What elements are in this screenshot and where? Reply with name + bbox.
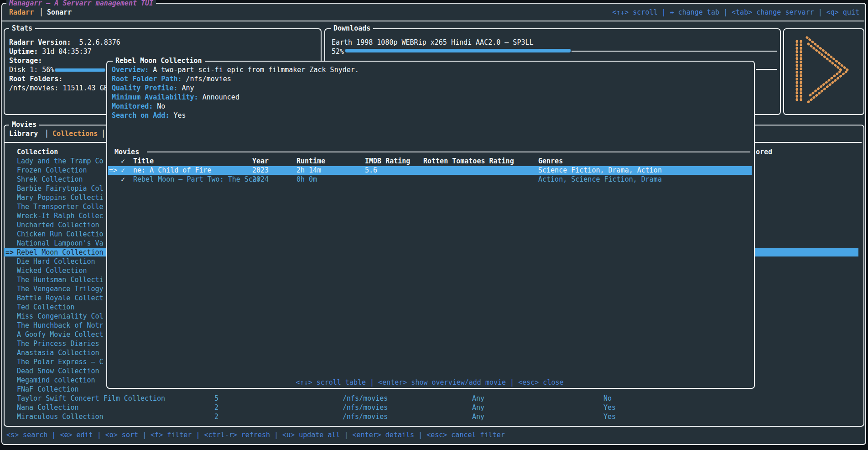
modal-movies-section-title: Movies bbox=[114, 147, 139, 157]
tab-library[interactable]: Library bbox=[9, 129, 38, 138]
modal-header-runtime[interactable]: Runtime bbox=[296, 157, 325, 166]
modal-row1-year: 2023 bbox=[252, 166, 269, 175]
collection-cell-path: /nfs/movies bbox=[343, 394, 388, 403]
collection-list-item[interactable]: The Transporter Colle bbox=[17, 202, 104, 211]
stats-uptime-row: Uptime:31d 04:35:37 bbox=[9, 47, 92, 56]
collection-list-item[interactable]: Frozen Collection bbox=[17, 166, 87, 175]
modal-row2-genres: Action, Science Fiction, Drama bbox=[538, 175, 662, 184]
collection-list-item[interactable]: FNaF Collection bbox=[17, 385, 78, 394]
download-progress-remainder bbox=[572, 51, 777, 52]
modal-field-row: Root Folder Path:/nfs/movies bbox=[112, 74, 231, 84]
modal-field-value: No bbox=[157, 102, 165, 110]
modal-field-label: Quality Profile: bbox=[112, 84, 178, 92]
modal-header-genres[interactable]: Genres bbox=[538, 157, 563, 166]
collection-list-item[interactable]: Die Hard Collection bbox=[17, 257, 95, 266]
library-tab-divider: │ bbox=[45, 129, 49, 138]
collection-list-item[interactable]: Barbie Fairytopia Col bbox=[17, 184, 104, 193]
modal-field-label: Root Folder Path: bbox=[112, 75, 182, 83]
modal-row1-runtime: 2h 14m bbox=[296, 166, 321, 175]
modal-field-value: Yes bbox=[173, 111, 186, 120]
collection-list-item[interactable]: The Vengeance Trilogy bbox=[17, 284, 104, 293]
disk-usage-bar bbox=[55, 68, 105, 72]
modal-field-row: Search on Add:Yes bbox=[112, 111, 186, 120]
collection-cell-count: 5 bbox=[214, 394, 218, 403]
modal-header-rotten[interactable]: Rotten Tomatoes Rating bbox=[423, 157, 514, 166]
modal-field-label: Minimum Availability: bbox=[112, 93, 198, 101]
modal-field-row: Monitored:No bbox=[112, 102, 165, 111]
modal-movies-section-rule bbox=[147, 152, 750, 152]
collection-list-item[interactable]: The Hunchback of Notr bbox=[17, 321, 104, 330]
collection-list-item[interactable]: The Princess Diaries bbox=[17, 339, 99, 348]
download-item-percent: 52% bbox=[332, 47, 344, 56]
tab-sonarr[interactable]: Sonarr bbox=[47, 8, 72, 17]
collection-list-item[interactable]: Chicken Run Collectio bbox=[17, 230, 104, 239]
modal-header-imdb[interactable]: IMDB Rating bbox=[365, 157, 410, 166]
tab-radarr[interactable]: Radarr bbox=[9, 8, 34, 17]
stats-panel-title: Stats bbox=[9, 24, 35, 33]
stats-rootfolder-info: /nfs/movies: 11511.43 GB bbox=[9, 84, 108, 93]
collection-cell-name: Nana Collection bbox=[17, 403, 78, 412]
titlebar-divider bbox=[2, 21, 864, 21]
monitored-header-fragment: ored bbox=[756, 147, 772, 157]
stats-rootfolders-label: Root Folders: bbox=[9, 74, 62, 84]
collection-list-item[interactable]: Anastasia Collection bbox=[17, 348, 99, 357]
modal-row2-title[interactable]: Rebel Moon – Part Two: The Scar bbox=[133, 175, 261, 184]
selected-collection-highlight-right bbox=[755, 248, 858, 256]
modal-title: Rebel Moon Collection bbox=[113, 56, 205, 65]
modal-header-year[interactable]: Year bbox=[252, 157, 269, 166]
collection-cell-monitored: No bbox=[603, 394, 612, 403]
collection-cell-quality: Any bbox=[472, 412, 484, 421]
modal-row2-year: 2024 bbox=[252, 175, 269, 184]
collection-details-modal bbox=[106, 61, 755, 389]
collection-list-item[interactable]: Uncharted Collection bbox=[17, 220, 99, 230]
managarr-app: Managarr — A Servarr management TUI Rada… bbox=[0, 0, 868, 450]
modal-field-row: Overview:A two-part sci-fi epic from fil… bbox=[112, 65, 359, 74]
modal-field-label: Monitored: bbox=[112, 102, 153, 110]
downloads-panel-title: Downloads bbox=[331, 24, 373, 33]
collection-list-item[interactable]: Battle Royale Collect bbox=[17, 293, 104, 303]
collection-cell-count: 2 bbox=[214, 412, 218, 421]
collection-cell-quality: Any bbox=[472, 394, 484, 403]
collection-list-item[interactable]: Dead Snow Collection bbox=[17, 366, 99, 376]
collection-list-item[interactable]: Ted Collection bbox=[17, 303, 74, 312]
collection-list-item[interactable]: Mary Poppins Collecti bbox=[17, 193, 104, 202]
modal-row2-runtime: 0h 0m bbox=[296, 175, 317, 184]
modal-row1-check-icon[interactable]: ✓ bbox=[121, 166, 125, 175]
tab-collections[interactable]: Collections bbox=[52, 129, 98, 138]
collection-list-item[interactable]: Megamind collection bbox=[17, 376, 95, 385]
collection-list-item[interactable]: Miss Congeniality Col bbox=[17, 312, 104, 321]
collection-cell-name: Taylor Swift Concert Film Collection bbox=[17, 394, 165, 403]
modal-row2-check-icon[interactable]: ✓ bbox=[121, 175, 125, 184]
collection-list-item[interactable]: Wreck-It Ralph Collec bbox=[17, 211, 104, 220]
collection-list-item[interactable]: Shrek Collection bbox=[17, 175, 83, 184]
servarr-tab-divider: │ bbox=[39, 8, 43, 17]
modal-footer-keybinds: <↑↓> scroll table | <enter> show overvie… bbox=[106, 378, 753, 387]
modal-field-value: Any bbox=[182, 84, 194, 92]
movies-panel-title: Movies bbox=[9, 120, 39, 129]
selected-collection-name[interactable]: Rebel Moon Collection bbox=[17, 248, 104, 257]
collection-list-item[interactable]: The Huntsman Collecti bbox=[17, 275, 104, 284]
collection-list-item[interactable]: The Polar Express – C bbox=[17, 357, 104, 366]
collections-column-header: Collection bbox=[17, 147, 58, 157]
stats-disk-label: Disk 1: 56% bbox=[9, 65, 54, 74]
collection-list-item[interactable]: Lady and the Tramp Co bbox=[17, 157, 104, 166]
collection-cell-count: 2 bbox=[214, 403, 218, 412]
modal-row1-title[interactable]: ne: A Child of Fire bbox=[133, 166, 212, 175]
collection-list-item[interactable]: Wicked Collection bbox=[17, 266, 87, 275]
stats-version-label: Radarr Version: bbox=[9, 38, 71, 47]
modal-row1-imdb: 5.6 bbox=[365, 166, 377, 175]
collection-cell-path: /nfs/movies bbox=[343, 412, 388, 421]
modal-header-title[interactable]: Title bbox=[133, 157, 154, 166]
stats-version-value: 5.2.6.8376 bbox=[79, 38, 120, 47]
download2-progress-fragment bbox=[756, 69, 777, 70]
bottom-keybinds: <s> search | <e> edit | <o> sort | <f> f… bbox=[6, 430, 505, 440]
modal-field-row: Minimum Availability:Announced bbox=[112, 93, 239, 102]
modal-field-label: Overview: bbox=[112, 66, 149, 74]
collection-list-item[interactable]: National Lampoon's Va bbox=[17, 239, 104, 248]
radarr-logo-icon bbox=[783, 28, 863, 113]
collections-tab-divider: │ bbox=[101, 129, 105, 138]
modal-field-row: Quality Profile:Any bbox=[112, 84, 194, 93]
modal-field-value: /nfs/movies bbox=[186, 75, 231, 83]
collection-list-item[interactable]: A Goofy Movie Collect bbox=[17, 330, 104, 339]
modal-header-check: ✓ bbox=[121, 157, 125, 166]
